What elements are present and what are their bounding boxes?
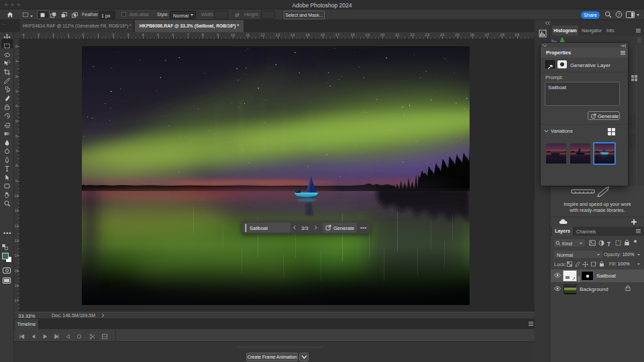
svg-text:?: ? xyxy=(618,12,621,17)
